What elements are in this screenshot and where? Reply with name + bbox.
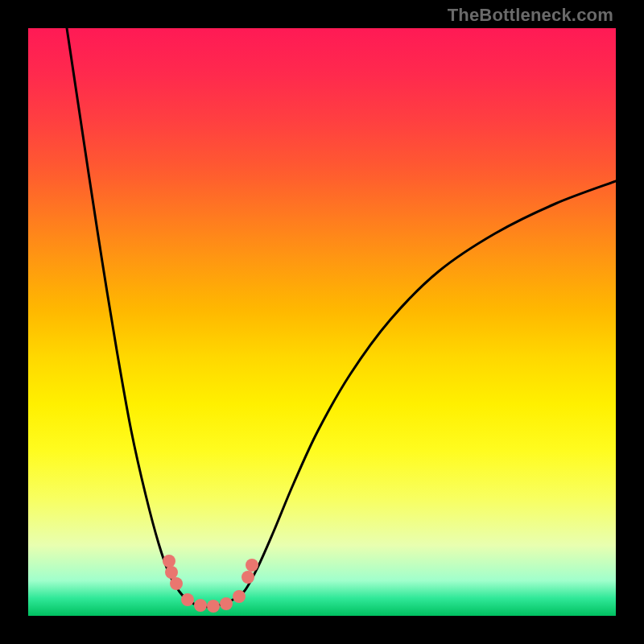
valley-marker-dot bbox=[220, 597, 233, 610]
valley-marker-dot bbox=[246, 559, 258, 572]
valley-marker-dot bbox=[242, 571, 254, 584]
valley-marker-dot bbox=[181, 593, 194, 606]
bottleneck-curve bbox=[28, 28, 616, 616]
valley-marker-dot bbox=[207, 600, 220, 613]
outer-frame: TheBottleneck.com bbox=[0, 0, 644, 644]
watermark-text: TheBottleneck.com bbox=[448, 5, 613, 26]
valley-marker-dot bbox=[170, 577, 183, 590]
valley-marker-dot bbox=[233, 590, 246, 603]
chart-plot-area bbox=[28, 28, 616, 616]
valley-marker-dot bbox=[194, 599, 207, 612]
curve-path bbox=[67, 28, 616, 607]
